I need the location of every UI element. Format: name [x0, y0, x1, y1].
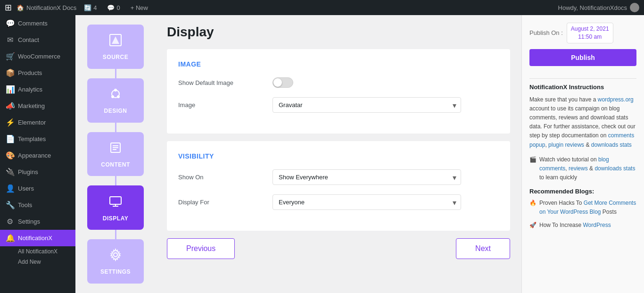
recommended-blogs-title: Recommended Blogs: [529, 188, 636, 195]
step-source[interactable]: SOURCE [87, 25, 144, 69]
right-panel: Publish On : August 2, 2021 11:50 am Pub… [521, 15, 644, 293]
step-sidebar: SOURCE DESIGN [75, 15, 156, 293]
source-step-icon [108, 33, 123, 51]
sidebar-item-settings[interactable]: ⚙ Settings [0, 213, 75, 230]
tools-icon: 🔧 [6, 201, 14, 209]
display-for-row: Display For Everyone Logged In Users Log… [178, 194, 499, 210]
sidebar-item-woocommerce[interactable]: 🛒 WooCommerce [0, 48, 75, 65]
house-icon: 🏠 [17, 4, 24, 11]
step-design[interactable]: DESIGN [87, 78, 144, 123]
publish-button[interactable]: Publish [529, 49, 636, 66]
sidebar-item-contact[interactable]: ✉ Contact [0, 32, 75, 48]
downloads-stats-video-link[interactable]: downloads stats [594, 165, 635, 172]
main-panel: Display IMAGE Show Default Image Image [156, 15, 521, 293]
updates-item[interactable]: 🔄 4 [81, 4, 99, 11]
step-connector-4 [115, 230, 116, 239]
visibility-section-title: VISIBILITY [178, 152, 499, 160]
show-default-image-toggle[interactable] [272, 77, 499, 88]
sidebar-item-users[interactable]: 👤 Users [0, 180, 75, 197]
image-row: Image Gravatar Custom Image None [178, 97, 499, 113]
svg-point-4 [117, 95, 120, 98]
separator [529, 78, 636, 79]
show-on-select-container[interactable]: Show Everywhere Selected Pages Except on… [272, 169, 461, 185]
step-connector-3 [115, 176, 116, 185]
show-on-select-wrapper: Show Everywhere Selected Pages Except on… [272, 169, 499, 185]
instructions-text: Make sure that you have a wordpress.org … [529, 95, 636, 150]
page-title: Display [167, 25, 510, 40]
get-more-comments-link[interactable]: Get More Comments on Your WordPress Blog [539, 200, 636, 215]
show-on-row: Show On Show Everywhere Selected Pages E… [178, 169, 499, 185]
marketing-icon: 📣 [6, 101, 14, 110]
toggle-switch[interactable] [272, 77, 293, 88]
users-icon: 👤 [6, 184, 14, 193]
step-connector-2 [115, 123, 116, 132]
sidebar-item-comments[interactable]: 💬 Comments [0, 15, 75, 32]
svg-point-13 [114, 253, 117, 257]
design-step-icon [108, 86, 123, 105]
plugin-reviews-link[interactable]: plugin reviews [548, 142, 584, 148]
show-default-image-row: Show Default Image [178, 77, 499, 88]
show-on-label: Show On [178, 174, 263, 181]
templates-icon: 📄 [6, 134, 14, 143]
next-button[interactable]: Next [456, 238, 510, 259]
display-for-select-container[interactable]: Everyone Logged In Users Logged Out User… [272, 194, 461, 210]
sidebar-item-products[interactable]: 📦 Products [0, 65, 75, 81]
plugins-icon: 🔌 [6, 167, 14, 176]
content-area: SOURCE DESIGN [75, 15, 644, 293]
wp-logo-icon[interactable]: ⊞ [5, 2, 12, 13]
display-for-label: Display For [178, 199, 263, 206]
sidebar: 💬 Comments ✉ Contact 🛒 WooCommerce 📦 Pro… [0, 15, 75, 293]
blog-item-2: 🚀 How To Increase WordPress [529, 221, 636, 230]
step-connector-1 [115, 69, 116, 78]
publish-label: Publish On : [529, 29, 563, 36]
show-on-select[interactable]: Show Everywhere Selected Pages Except on… [272, 169, 461, 185]
sidebar-sub-add-new[interactable]: Add New [0, 257, 75, 267]
comment-icon: 💬 [107, 4, 115, 11]
sidebar-item-elementor[interactable]: ⚡ Elementor [0, 114, 75, 131]
appearance-icon: 🎨 [6, 151, 14, 160]
display-for-select-wrapper: Everyone Logged In Users Logged Out User… [272, 194, 499, 210]
svg-marker-1 [112, 36, 119, 44]
display-for-select[interactable]: Everyone Logged In Users Logged Out User… [272, 194, 461, 210]
svg-point-5 [111, 95, 114, 98]
image-select-wrapper: Gravatar Custom Image None [272, 97, 499, 113]
new-item[interactable]: + New [128, 4, 151, 11]
step-display[interactable]: DISPLAY [87, 185, 144, 230]
howdy: Howdy, NotificationXdocs [558, 3, 639, 12]
video-section: 🎬 Watch video tutorial on blog comments,… [529, 155, 636, 183]
sidebar-item-plugins[interactable]: 🔌 Plugins [0, 164, 75, 180]
sidebar-item-marketing[interactable]: 📣 Marketing [0, 98, 75, 114]
image-label: Image [178, 101, 263, 109]
image-select[interactable]: Gravatar Custom Image None [272, 97, 461, 113]
display-step-icon [108, 194, 123, 212]
previous-button[interactable]: Previous [167, 238, 235, 259]
step-settings[interactable]: SETTINGS [87, 239, 144, 284]
analytics-icon: 📊 [6, 85, 14, 94]
video-icon: 🎬 [529, 155, 537, 164]
sidebar-item-appearance[interactable]: 🎨 Appearance [0, 147, 75, 164]
reviews-link[interactable]: reviews [569, 165, 588, 172]
rocket-icon: 🚀 [529, 221, 537, 229]
blog-item-1: 🔥 Proven Hacks To Get More Comments on Y… [529, 199, 636, 217]
image-select-container[interactable]: Gravatar Custom Image None [272, 97, 461, 113]
wordpress-link[interactable]: WordPress [583, 222, 611, 228]
sidebar-sub-all-notificationx[interactable]: All NotificationX [0, 246, 75, 257]
toggle-knob [273, 78, 282, 87]
site-name[interactable]: 🏠 NotificationX Docs [17, 4, 76, 11]
sidebar-item-analytics[interactable]: 📊 Analytics [0, 81, 75, 98]
nav-buttons: Previous Next [167, 238, 510, 259]
downloads-stats-link[interactable]: downloads stats [591, 142, 632, 148]
step-content[interactable]: CONTENT [87, 132, 144, 176]
sidebar-item-notificationx[interactable]: 🔔 NotificationX [0, 230, 75, 246]
show-default-image-label: Show Default Image [178, 79, 263, 86]
fire-icon: 🔥 [529, 199, 537, 207]
sidebar-item-tools[interactable]: 🔧 Tools [0, 197, 75, 213]
comments-item[interactable]: 💬 0 [104, 4, 123, 11]
wordpress-org-link[interactable]: wordpress.org [598, 96, 634, 103]
image-section-card: IMAGE Show Default Image Image Gr [167, 49, 510, 134]
contact-icon: ✉ [6, 35, 14, 44]
video-row: 🎬 Watch video tutorial on blog comments,… [529, 155, 636, 183]
sidebar-item-templates[interactable]: 📄 Templates [0, 131, 75, 147]
publish-row: Publish On : August 2, 2021 11:50 am [529, 23, 636, 43]
woocommerce-icon: 🛒 [6, 52, 14, 61]
